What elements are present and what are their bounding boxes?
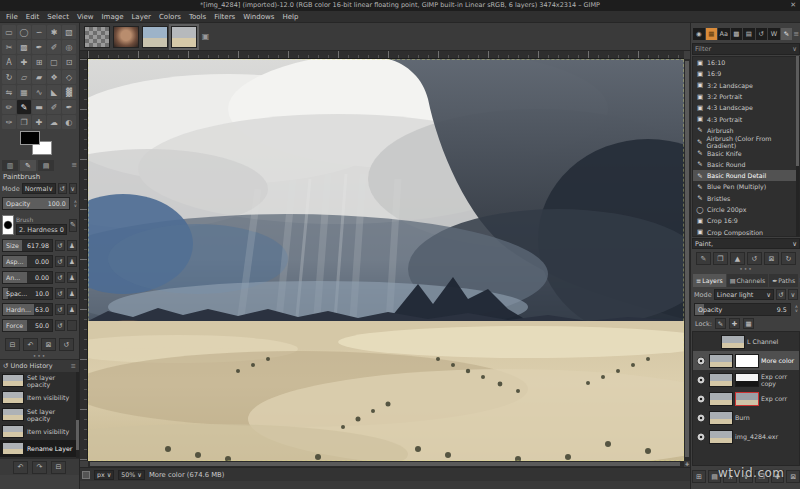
free-select-tool[interactable]: ∽ xyxy=(32,25,46,39)
mode-menu-button[interactable]: ∨ xyxy=(69,183,77,194)
reset-value-button[interactable]: ↺ xyxy=(55,304,65,315)
rotate-tool[interactable]: ↻ xyxy=(2,70,16,84)
layer-thumbnail[interactable] xyxy=(709,430,733,444)
undo-history-item[interactable]: Item visibility xyxy=(0,423,79,440)
layer-thumbnail[interactable] xyxy=(709,373,733,387)
layers-dock-tab[interactable]: ✒ Paths xyxy=(769,274,798,287)
align-tool[interactable]: ⊞ xyxy=(32,55,46,69)
tool-preset-item[interactable]: ▣ 4:3 Landscape xyxy=(693,102,799,113)
visibility-eye-icon[interactable] xyxy=(697,395,705,403)
tool-slider[interactable]: Force 50.0 xyxy=(2,319,53,332)
tool-preset-item[interactable]: ✎ Basic Round xyxy=(693,159,799,170)
undo-scrollbar[interactable] xyxy=(76,372,79,458)
menu-item[interactable]: View xyxy=(73,11,98,23)
crop-tool[interactable]: ▢ xyxy=(47,55,61,69)
dock-menu-icon[interactable]: ≡ xyxy=(71,160,77,171)
reset-value-button[interactable]: ↺ xyxy=(55,272,65,283)
tool-options-tab[interactable]: ▥ xyxy=(2,160,18,171)
edit-preset-button[interactable]: ✎ xyxy=(696,252,711,265)
layer-opacity-slider[interactable]: Opacity 9.5 xyxy=(694,303,791,316)
undo-history-item[interactable]: Set layer opacity xyxy=(0,372,79,389)
reload-presets-button[interactable]: ↻ xyxy=(781,252,796,265)
image-tab-dunes[interactable] xyxy=(171,26,197,48)
layer-row[interactable]: Exp corr copy xyxy=(693,370,799,389)
tool-preset-item[interactable]: ✎ Blue Pen (Multiply) xyxy=(693,181,799,192)
paths-tool[interactable]: ✒ xyxy=(32,40,46,54)
dodge-burn-tool[interactable]: ◐ xyxy=(62,115,76,129)
reset-options-button[interactable]: ↺ xyxy=(59,338,74,351)
gradient-tool[interactable]: ▓ xyxy=(62,85,76,99)
layer-row[interactable]: Burn xyxy=(693,408,799,427)
scale-tool[interactable]: ▱ xyxy=(17,70,31,84)
tool-preset-item[interactable]: ✎ Airbrush (Color From Gradient) xyxy=(693,136,799,147)
dynamics-toggle-icon[interactable]: ♟ xyxy=(67,304,77,315)
text-tool[interactable]: A xyxy=(2,55,16,69)
menu-item[interactable]: Help xyxy=(278,11,302,23)
clear-history-button[interactable]: ⊟ xyxy=(51,461,66,474)
menu-item[interactable]: Filters xyxy=(210,11,239,23)
preset-type-select[interactable]: Paint, ∨ xyxy=(692,238,800,249)
menu-item[interactable]: Tools xyxy=(185,11,210,23)
image-tab-landscape[interactable] xyxy=(142,26,168,48)
zoom-tool[interactable]: ◎ xyxy=(62,40,76,54)
dock-tab-icon[interactable]: W xyxy=(768,28,780,40)
ink-tool[interactable]: ✒ xyxy=(62,100,76,114)
delete-preset-button[interactable]: ⊠ xyxy=(764,252,779,265)
delete-layer-button[interactable]: ⊠ xyxy=(786,470,800,483)
tool-preset-item[interactable]: ◯ Circle 200px xyxy=(693,204,799,215)
tool-preset-item[interactable]: ▣ 4:3 Portrait xyxy=(693,113,799,124)
undo-history-item[interactable]: Item visibility xyxy=(0,389,79,406)
save-preset-button[interactable]: ⊟ xyxy=(5,338,20,351)
layer-opacity-spinner[interactable]: ∧∨ xyxy=(795,305,798,313)
foreground-color-swatch[interactable] xyxy=(20,131,40,145)
handle-transform-tool[interactable]: ❖ xyxy=(47,70,61,84)
undo-history-item[interactable]: Rename Layer xyxy=(0,440,79,457)
eraser-tool[interactable]: ▬ xyxy=(32,100,46,114)
layers-dock-tab[interactable]: ▤ Channels xyxy=(727,274,769,287)
move-tool[interactable]: ✚ xyxy=(17,55,31,69)
layer-mask-thumbnail[interactable] xyxy=(735,392,759,406)
dynamics-toggle-icon[interactable] xyxy=(67,320,77,331)
preset-filter-select[interactable]: Filter ∨ xyxy=(692,43,800,55)
visibility-eye-icon[interactable] xyxy=(697,376,705,384)
image-tab-portrait[interactable] xyxy=(113,26,139,48)
new-preset-button[interactable]: ▲ xyxy=(730,252,745,265)
zoom-select[interactable]: 50% ∨ xyxy=(118,470,145,480)
tool-preset-item[interactable]: ✎ Basic Round Detail xyxy=(693,170,799,181)
tool-slider[interactable]: Spac... 10.0 xyxy=(2,287,53,300)
layer-thumbnail[interactable] xyxy=(709,392,733,406)
panel-splitter[interactable]: ••• xyxy=(692,266,800,272)
layer-mask-thumbnail[interactable] xyxy=(735,373,759,387)
smudge-tool[interactable]: ☁ xyxy=(47,115,61,129)
tool-preset-item[interactable]: ▣ 3:2 Portrait xyxy=(693,91,799,102)
tool-preset-item[interactable]: ▣ 16:9 xyxy=(693,68,799,79)
unified-transform-tool[interactable]: ⊡ xyxy=(62,55,76,69)
menu-item[interactable]: Select xyxy=(43,11,73,23)
visibility-eye-icon[interactable] xyxy=(697,433,705,441)
image-tab-menu-icon[interactable]: ▣ xyxy=(200,31,211,42)
dock-tab-icon[interactable]: ↺ xyxy=(756,28,768,40)
redo-button[interactable]: ↷ xyxy=(32,461,47,474)
visibility-eye-icon[interactable] xyxy=(697,357,705,365)
airbrush-tool[interactable]: ✐ xyxy=(47,100,61,114)
tool-preset-item[interactable]: ▣ 3:2 Landscape xyxy=(693,80,799,91)
lock-pixels-icon[interactable]: ✎ xyxy=(715,318,726,329)
image-tab-checker[interactable] xyxy=(84,26,110,48)
tool-options-tab[interactable]: ▤ xyxy=(38,160,54,171)
shear-tool[interactable]: ▰ xyxy=(32,70,46,84)
menu-item[interactable]: Layer xyxy=(127,11,155,23)
dynamics-toggle-icon[interactable]: ♟ xyxy=(67,272,77,283)
brush-thumbnail[interactable] xyxy=(2,215,14,235)
duplicate-preset-button[interactable]: ❐ xyxy=(713,252,728,265)
warp-transform-tool[interactable]: ∿ xyxy=(32,85,46,99)
visibility-eye-icon[interactable] xyxy=(697,414,705,422)
reset-mode-button[interactable]: ↺ xyxy=(58,183,66,194)
menu-item[interactable]: Edit xyxy=(22,11,44,23)
color-picker-tool[interactable]: ✐ xyxy=(47,40,61,54)
fuzzy-select-tool[interactable]: ✱ xyxy=(47,25,61,39)
dock-tab-icon[interactable]: ▦ xyxy=(706,28,718,40)
layer-mode-menu-button[interactable]: ∨ xyxy=(788,289,798,300)
heal-tool[interactable]: ✚ xyxy=(32,115,46,129)
menu-item[interactable]: Windows xyxy=(239,11,278,23)
dock-menu-icon[interactable]: ≡ xyxy=(71,362,76,370)
